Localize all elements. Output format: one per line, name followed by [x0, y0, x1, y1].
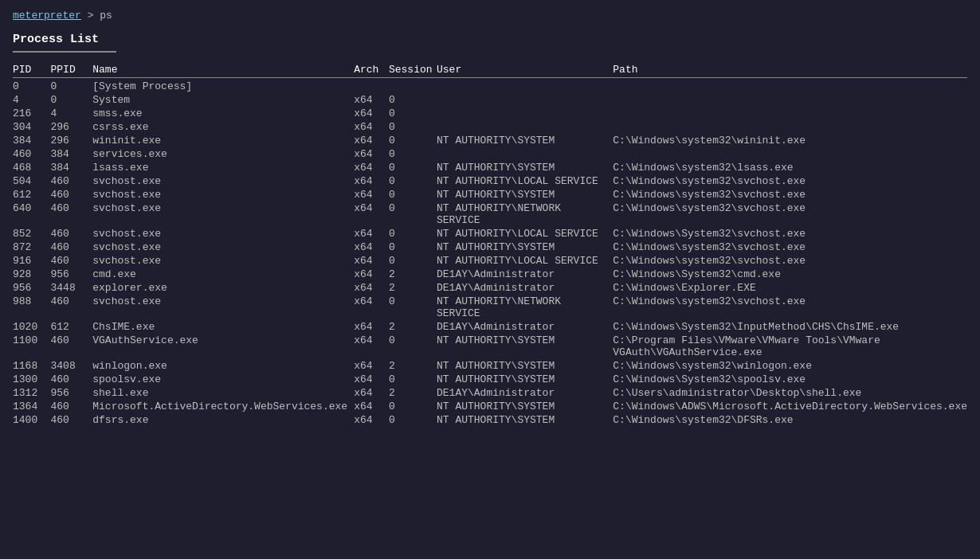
cell-path [613, 107, 967, 120]
cell-ppid: 384 [51, 147, 93, 161]
cell-ppid: 3448 [51, 281, 93, 295]
cell-name: svchost.exe [92, 227, 354, 240]
cell-sess: 2 [389, 281, 437, 295]
cell-path: C:\Windows\system32\svchost.exe [613, 295, 967, 320]
cell-name: svchost.exe [92, 201, 354, 227]
cell-arch: x64 [354, 334, 389, 359]
cell-user: NT AUTHORITY\LOCAL SERVICE [437, 227, 613, 240]
cell-path: C:\Windows\system32\svchost.exe [613, 254, 967, 268]
cell-path: C:\Program Files\VMware\VMware Tools\VMw… [613, 334, 967, 359]
cell-user: NT AUTHORITY\SYSTEM [437, 188, 613, 201]
cell-arch: x64 [354, 240, 389, 254]
cell-arch: x64 [354, 281, 389, 295]
cell-ppid: 460 [51, 334, 93, 359]
cell-path: C:\Windows\System32\spoolsv.exe [613, 373, 967, 386]
process-table: PID PPID Name Arch Session User Path 00[… [13, 64, 967, 427]
cell-arch: x64 [354, 188, 389, 201]
cell-user [437, 147, 613, 161]
cell-ppid: 956 [51, 268, 93, 281]
cell-user: NT AUTHORITY\SYSTEM [437, 334, 613, 359]
cell-ppid: 460 [51, 254, 93, 268]
cell-path [613, 120, 967, 134]
cell-name: ChsIME.exe [92, 320, 354, 334]
cell-user: NT AUTHORITY\SYSTEM [437, 240, 613, 254]
cell-ppid: 0 [51, 80, 93, 93]
prompt-link: meterpreter [13, 10, 81, 22]
cell-arch [354, 80, 389, 93]
cell-sess: 0 [389, 413, 437, 427]
prompt-line: meterpreter > ps [13, 10, 967, 22]
cell-pid: 872 [13, 240, 51, 254]
cell-sess: 0 [389, 295, 437, 320]
cell-user: DE1AY\Administrator [437, 268, 613, 281]
cell-name: svchost.exe [92, 188, 354, 201]
cell-arch: x64 [354, 386, 389, 400]
cell-pid: 1400 [13, 413, 51, 427]
section-underline [13, 51, 116, 53]
cell-ppid: 460 [51, 174, 93, 188]
table-row: 11683408winlogon.exex642NT AUTHORITY\SYS… [13, 359, 967, 373]
cell-path: C:\Windows\system32\DFSRs.exe [613, 413, 967, 427]
cell-ppid: 3408 [51, 359, 93, 373]
cell-path [613, 147, 967, 161]
cell-sess: 2 [389, 320, 437, 334]
cell-pid: 1364 [13, 400, 51, 413]
table-row: 2164smss.exex640 [13, 107, 967, 120]
cell-name: svchost.exe [92, 174, 354, 188]
prompt-rest: > ps [81, 10, 112, 22]
cell-path [613, 80, 967, 93]
cell-sess: 0 [389, 400, 437, 413]
cell-ppid: 956 [51, 386, 93, 400]
cell-user: NT AUTHORITY\NETWORK SERVICE [437, 295, 613, 320]
cell-name: svchost.exe [92, 254, 354, 268]
cell-ppid: 460 [51, 413, 93, 427]
cell-arch: x64 [354, 320, 389, 334]
col-header-arch: Arch [354, 64, 389, 80]
cell-pid: 956 [13, 281, 51, 295]
cell-sess: 0 [389, 93, 437, 107]
cell-name: dfsrs.exe [92, 413, 354, 427]
cell-name: wininit.exe [92, 134, 354, 147]
cell-arch: x64 [354, 373, 389, 386]
cell-ppid: 296 [51, 134, 93, 147]
cell-user [437, 93, 613, 107]
cell-sess: 0 [389, 134, 437, 147]
table-row: 988460svchost.exex640NT AUTHORITY\NETWOR… [13, 295, 967, 320]
col-header-sess: Session [389, 64, 437, 80]
table-row: 1364460Microsoft.ActiveDirectory.WebServ… [13, 400, 967, 413]
cell-arch: x64 [354, 120, 389, 134]
cell-sess [389, 80, 437, 93]
cell-pid: 1168 [13, 359, 51, 373]
table-row: 1300460spoolsv.exex640NT AUTHORITY\SYSTE… [13, 373, 967, 386]
table-header-row: PID PPID Name Arch Session User Path [13, 64, 967, 80]
table-row: 1100460VGAuthService.exex640NT AUTHORITY… [13, 334, 967, 359]
cell-sess: 0 [389, 334, 437, 359]
cell-sess: 0 [389, 161, 437, 174]
cell-pid: 504 [13, 174, 51, 188]
cell-user: DE1AY\Administrator [437, 320, 613, 334]
cell-arch: x64 [354, 268, 389, 281]
cell-sess: 0 [389, 147, 437, 161]
table-row: 9563448explorer.exex642DE1AY\Administrat… [13, 281, 967, 295]
table-row: 468384lsass.exex640NT AUTHORITY\SYSTEMC:… [13, 161, 967, 174]
cell-sess: 0 [389, 227, 437, 240]
table-row: 40Systemx640 [13, 93, 967, 107]
cell-arch: x64 [354, 227, 389, 240]
cell-name: services.exe [92, 147, 354, 161]
cell-sess: 0 [389, 107, 437, 120]
cell-user: NT AUTHORITY\SYSTEM [437, 413, 613, 427]
table-row: 612460svchost.exex640NT AUTHORITY\SYSTEM… [13, 188, 967, 201]
cell-name: cmd.exe [92, 268, 354, 281]
cell-name: csrss.exe [92, 120, 354, 134]
cell-path: C:\Windows\System32\InputMethod\CHS\ChsI… [613, 320, 967, 334]
cell-pid: 0 [13, 80, 51, 93]
cell-path: C:\Windows\system32\svchost.exe [613, 188, 967, 201]
cell-pid: 640 [13, 201, 51, 227]
col-header-ppid: PPID [51, 64, 93, 80]
cell-user: NT AUTHORITY\LOCAL SERVICE [437, 254, 613, 268]
cell-arch: x64 [354, 359, 389, 373]
cell-ppid: 460 [51, 201, 93, 227]
cell-ppid: 296 [51, 120, 93, 134]
table-row: 384296wininit.exex640NT AUTHORITY\SYSTEM… [13, 134, 967, 147]
cell-path: C:\Windows\system32\svchost.exe [613, 240, 967, 254]
